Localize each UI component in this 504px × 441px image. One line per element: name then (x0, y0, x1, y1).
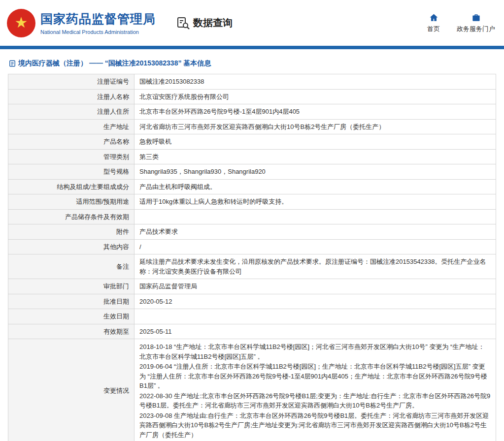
field-value: 适用于10kg体重以上病人急救和转运时的呼吸支持。 (134, 194, 496, 210)
field-label: 批准日期 (8, 294, 134, 309)
field-value: 第三类 (134, 149, 496, 164)
field-label: 管理类别 (8, 149, 134, 164)
field-value: 急救呼吸机 (134, 134, 496, 150)
table-row: 生产地址河北省廊坊市三河市燕郊开发区迎宾路西侧潮白大街10号B栋2号生产厂房（委… (8, 119, 496, 134)
field-value: 2025-05-11 (134, 324, 496, 339)
table-row: 备注延续注册产品技术要求未发生变化，沿用原核发的产品技术要求。原注册证编号：国械… (8, 254, 496, 279)
nmpa-emblem-logo: ★ (7, 9, 35, 37)
field-value: 国家药品监督管理局 (134, 279, 496, 294)
field-label: 产品储存条件及有效期 (8, 209, 134, 224)
field-value (134, 209, 496, 224)
page-title-text: 境内医疗器械（注册） —— “国械注准20153082338” 基本信息 (18, 59, 211, 68)
field-label: 生产地址 (8, 119, 134, 134)
table-row: 注册人住所北京市丰台区外环西路26号院9号楼-1至4层901内4层405 (8, 104, 496, 120)
table-row: 生效日期 (8, 309, 496, 324)
field-label: 注册证编号 (8, 74, 134, 90)
table-row: 型号规格Shangrila935，Shangrila930，Shangrila9… (8, 164, 496, 180)
home-icon (429, 13, 438, 22)
portal-link[interactable]: 政务服务门户 (457, 13, 495, 33)
field-value: 2020-05-12 (134, 294, 496, 309)
table-row: 其他内容/ (8, 239, 496, 254)
field-label: 产品名称 (8, 134, 134, 150)
table-row: 产品储存条件及有效期 (8, 209, 496, 224)
site-header: ★ 国家药品监督管理局 National Medical Products Ad… (0, 0, 504, 46)
logo-area: ★ 国家药品监督管理局 National Medical Products Ad… (7, 9, 156, 37)
table-row: 变更情况2018-10-18 “生产地址：北京市丰台区科学城11B2号楼[园区]… (8, 339, 496, 441)
header-divider-bar (0, 46, 504, 49)
field-value: 北京市丰台区外环西路26号院9号楼-1至4层901内4层405 (134, 104, 496, 120)
field-value: 产品由主机和呼吸阀组成。 (134, 179, 496, 194)
home-link[interactable]: 首页 (427, 13, 440, 33)
org-names: 国家药品监督管理局 National Medical Products Admi… (40, 11, 156, 35)
field-label: 注册人住所 (8, 104, 134, 120)
org-name-en: National Medical Products Administration (40, 29, 156, 35)
field-label: 生效日期 (8, 309, 134, 324)
table-row: 产品名称急救呼吸机 (8, 134, 496, 150)
header-links: 首页 政务服务门户 (427, 13, 495, 33)
change-record-line: 2019-06-04 “注册人住所：北京市丰台区科学城11B2号楼[园区]；生产… (139, 362, 491, 391)
field-value: 延续注册产品技术要求未发生变化，沿用原核发的产品技术要求。原注册证编号：国械注准… (134, 254, 496, 279)
table-row: 管理类别第三类 (8, 149, 496, 164)
data-query-label: 数据查询 (193, 16, 233, 30)
table-row: 审批部门国家药品监督管理局 (8, 279, 496, 294)
field-label: 结构及组成/主要组成成分 (8, 179, 134, 194)
field-label: 审批部门 (8, 279, 134, 294)
change-record-line: 2018-10-18 “生产地址：北京市丰台区科学城11B2号楼[园区]；河北省… (139, 342, 491, 361)
table-row: 注册证编号国械注准20153082338 (8, 74, 496, 90)
table-row: 注册人名称北京谊安医疗系统股份有限公司 (8, 89, 496, 104)
field-value: 2018-10-18 “生产地址：北京市丰台区科学城11B2号楼[园区]；河北省… (134, 339, 496, 441)
briefcase-icon (471, 13, 481, 22)
field-value: 河北省廊坊市三河市燕郊开发区迎宾路西侧潮白大街10号B栋2号生产厂房（委托生产） (134, 119, 496, 134)
emblem-star-icon: ★ (15, 15, 28, 30)
table-row: 批准日期2020-05-12 (8, 294, 496, 309)
field-label: 注册人名称 (8, 89, 134, 104)
field-label: 有效期至 (8, 324, 134, 339)
change-record-line: 2023-09-08 生产地址由:自行生产：北京市丰台区外环西路26号院9号楼B… (139, 411, 491, 440)
field-label: 变更情况 (8, 339, 134, 441)
document-icon (9, 60, 16, 67)
field-value: Shangrila935，Shangrila930，Shangrila920 (134, 164, 496, 180)
field-value (134, 309, 496, 324)
document-magnifier-icon (176, 16, 190, 30)
data-query-section-title[interactable]: 数据查询 (176, 16, 233, 30)
portal-link-label: 政务服务门户 (457, 25, 495, 33)
field-label: 其他内容 (8, 239, 134, 254)
field-label: 备注 (8, 254, 134, 279)
table-row: 附件产品技术要求 (8, 224, 496, 240)
field-value: 国械注准20153082338 (134, 74, 496, 90)
org-name-cn: 国家药品监督管理局 (40, 11, 156, 27)
table-row: 适用范围/预期用途适用于10kg体重以上病人急救和转运时的呼吸支持。 (8, 194, 496, 210)
main-content: 境内医疗器械（注册） —— “国械注准20153082338” 基本信息 注册证… (0, 49, 504, 441)
home-link-label: 首页 (427, 25, 440, 33)
field-value: / (134, 239, 496, 254)
page-title: 境内医疗器械（注册） —— “国械注准20153082338” 基本信息 (9, 59, 496, 68)
field-value: 北京谊安医疗系统股份有限公司 (134, 89, 496, 104)
registration-info-table: 注册证编号国械注准20153082338注册人名称北京谊安医疗系统股份有限公司注… (8, 74, 496, 441)
field-value: 产品技术要求 (134, 224, 496, 240)
change-record-line: 2022-08-30 生产地址:北京市丰台区外环西路26号院9号楼B1层;变更为… (139, 391, 491, 410)
field-label: 型号规格 (8, 164, 134, 180)
table-row: 结构及组成/主要组成成分产品由主机和呼吸阀组成。 (8, 179, 496, 194)
table-row: 有效期至2025-05-11 (8, 324, 496, 339)
field-label: 适用范围/预期用途 (8, 194, 134, 210)
field-label: 附件 (8, 224, 134, 240)
